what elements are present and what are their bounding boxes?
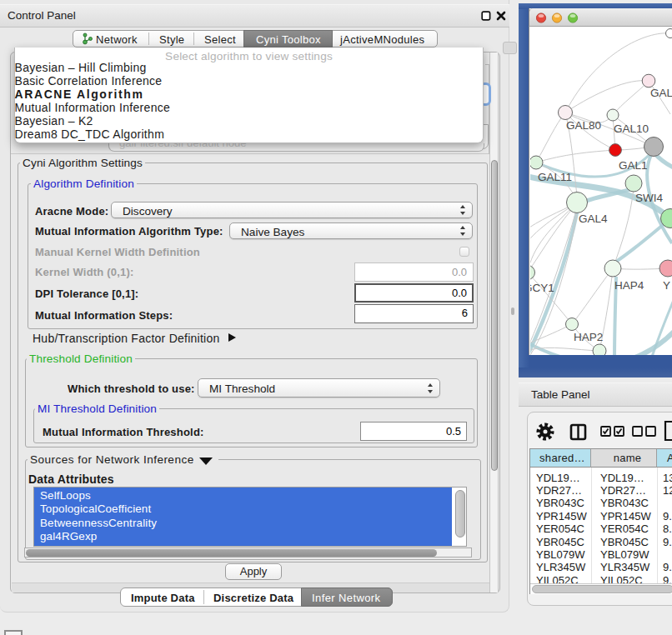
svg-text:GCY1: GCY1 <box>530 282 554 294</box>
svg-text:SWI4: SWI4 <box>635 192 663 204</box>
svg-text:GAL10: GAL10 <box>614 122 649 135</box>
svg-text:GAL4: GAL4 <box>579 212 608 225</box>
svg-text:Y: Y <box>663 279 670 292</box>
svg-text:HAP2: HAP2 <box>574 331 603 343</box>
svg-text:HAP4: HAP4 <box>614 279 644 292</box>
svg-text:GAL7: GAL7 <box>650 87 672 99</box>
svg-text:GAL11: GAL11 <box>538 171 572 183</box>
svg-text:GAL80: GAL80 <box>566 119 601 132</box>
svg-text:GAL1: GAL1 <box>619 159 648 172</box>
